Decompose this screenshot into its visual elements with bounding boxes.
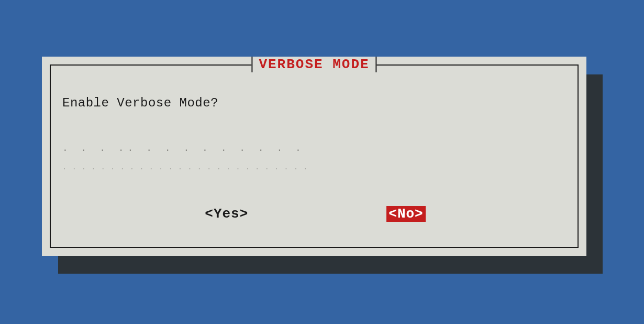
dialog-border: VERBOSE MODE Enable Verbose Mode? . . . … xyxy=(50,64,579,248)
dialog-title: VERBOSE MODE xyxy=(251,57,376,72)
yes-button[interactable]: <Yes> xyxy=(203,206,250,222)
separator-dots-2: .......................... xyxy=(62,163,313,171)
no-button[interactable]: <No> xyxy=(386,206,425,222)
dialog-prompt: Enable Verbose Mode? xyxy=(62,96,218,110)
separator-dots-1: . . . .. . . . . . . . . . xyxy=(62,143,305,154)
dialog-box: VERBOSE MODE Enable Verbose Mode? . . . … xyxy=(42,57,586,256)
button-row: <Yes> <No> xyxy=(51,206,578,222)
